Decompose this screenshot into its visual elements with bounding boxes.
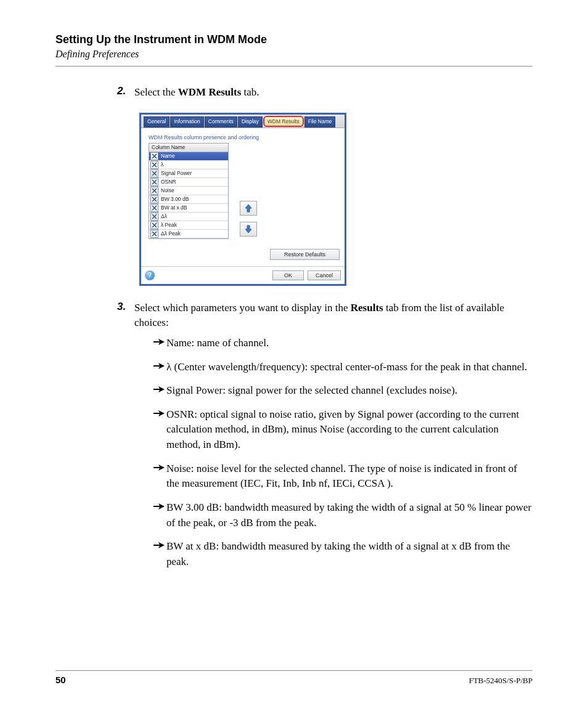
page-footer: 50 FTB-5240S/S-P/BP (55, 670, 533, 686)
bullet-arrow-icon (152, 410, 166, 417)
step-number: 3. (117, 301, 134, 313)
tab-wdm-results[interactable]: WDM Results (263, 116, 304, 127)
bullet-text: Noise: noise level for the selected chan… (166, 461, 533, 492)
move-up-button[interactable] (240, 201, 257, 216)
step-number: 2. (117, 85, 134, 97)
bullet-item: BW at x dB: bandwidth measured by taking… (152, 539, 533, 569)
checkbox-icon[interactable] (150, 161, 158, 169)
step-text-bold: WDM Results (178, 86, 241, 98)
help-button[interactable]: ? (145, 270, 155, 280)
arrow-down-icon (244, 225, 253, 233)
tab-display[interactable]: Display (238, 116, 263, 128)
bullet-arrow-icon (152, 503, 166, 510)
footer-model: FTB-5240S/S-P/BP (469, 676, 533, 686)
list-item[interactable]: BW 3.00 dB (149, 195, 228, 204)
bullet-text: OSNR: optical signal to noise ratio, giv… (166, 407, 533, 453)
checkbox-icon[interactable] (150, 195, 158, 203)
column-header: Column Name (149, 144, 228, 152)
checkbox-icon[interactable] (150, 221, 158, 229)
tab-information[interactable]: Information (170, 116, 204, 128)
column-list[interactable]: Column Name Name λ Signal Power OSNR Noi… (149, 143, 229, 239)
bullet-arrow-icon (152, 464, 166, 471)
bullet-item: OSNR: optical signal to noise ratio, giv… (152, 407, 533, 453)
list-item-label: Δλ (160, 213, 167, 219)
bullet-item: BW 3.00 dB: bandwidth measured by taking… (152, 500, 533, 530)
tab-comments[interactable]: Comments (205, 116, 237, 128)
list-item-label: Signal Power (160, 170, 192, 176)
move-down-button[interactable] (240, 222, 257, 237)
checkbox-icon[interactable] (150, 204, 158, 212)
list-item-label: λ (160, 161, 163, 168)
section-heading: Setting Up the Instrument in WDM Mode (55, 33, 533, 46)
list-item-label: Δλ Peak (160, 230, 181, 237)
bullet-arrow-icon (152, 542, 166, 549)
bullet-text: BW 3.00 dB: bandwidth measured by taking… (166, 500, 533, 530)
list-item[interactable]: OSNR (149, 178, 228, 187)
bullet-arrow-icon (152, 338, 166, 346)
list-item-label: Noise (160, 187, 174, 193)
checkbox-icon[interactable] (150, 187, 158, 195)
step-body: Select which parameters you want to disp… (134, 301, 533, 578)
tab-bar: General Information Comments Display WDM… (141, 115, 345, 128)
step-text-pre: Select which parameters you want to disp… (134, 302, 351, 314)
ok-button[interactable]: OK (272, 270, 304, 280)
bullet-list: Name: name of channel. λ (Center wavelen… (152, 336, 533, 570)
step-text-bold: Results (351, 302, 383, 314)
tab-file-name[interactable]: File Name (304, 116, 336, 128)
list-item-label: Name (160, 153, 175, 159)
list-item[interactable]: BW at x dB (149, 204, 228, 213)
list-item[interactable]: λ Peak (149, 221, 228, 230)
list-item-label: BW 3.00 dB (160, 196, 189, 202)
checkbox-icon[interactable] (150, 178, 158, 186)
tab-general[interactable]: General (144, 116, 169, 128)
checkbox-icon[interactable] (150, 152, 158, 160)
bullet-text: Name: name of channel. (166, 336, 269, 351)
bullet-item: λ (Center wavelength/frequency): spectra… (152, 360, 533, 375)
group-column-ordering: WDM Results column presence and ordering… (145, 132, 341, 244)
step-text-pre: Select the (134, 86, 178, 98)
restore-defaults-button[interactable]: Restore Defaults (270, 249, 340, 260)
bullet-item: Signal Power: signal power for the selec… (152, 383, 533, 399)
cancel-button[interactable]: Cancel (308, 270, 341, 280)
list-item[interactable]: Δλ (149, 213, 228, 221)
list-item[interactable]: Name (149, 152, 228, 161)
bullet-arrow-icon (152, 362, 166, 370)
group-title: WDM Results column presence and ordering (149, 134, 337, 140)
bullet-item: Noise: noise level for the selected chan… (152, 461, 533, 492)
list-item[interactable]: λ (149, 161, 228, 169)
list-item[interactable]: Δλ Peak (149, 230, 228, 238)
bullet-arrow-icon (152, 386, 166, 393)
section-subheading: Defining Preferences (55, 49, 533, 60)
checkbox-icon[interactable] (150, 213, 158, 221)
checkbox-icon[interactable] (150, 169, 158, 177)
header-rule (55, 66, 533, 67)
list-item[interactable]: Signal Power (149, 169, 228, 178)
dialog-wdm-preferences: General Information Comments Display WDM… (139, 113, 346, 286)
list-item[interactable]: Noise (149, 187, 228, 195)
list-item-label: BW at x dB (160, 205, 187, 211)
list-item-label: λ Peak (160, 222, 177, 228)
step-3: 3. Select which parameters you want to d… (117, 301, 533, 578)
bullet-text: Signal Power: signal power for the selec… (166, 383, 457, 399)
checkbox-icon[interactable] (150, 230, 158, 238)
page-number: 50 (55, 675, 66, 685)
step-body: Select the WDM Results tab. (134, 85, 259, 100)
bullet-text: BW at x dB: bandwidth measured by taking… (166, 539, 533, 569)
bullet-item: Name: name of channel. (152, 336, 533, 351)
arrow-up-icon (244, 204, 253, 213)
step-text-post: tab. (241, 86, 259, 98)
bullet-text: λ (Center wavelength/frequency): spectra… (166, 360, 527, 375)
step-2: 2. Select the WDM Results tab. (117, 85, 533, 100)
list-item-label: OSNR (160, 179, 176, 185)
